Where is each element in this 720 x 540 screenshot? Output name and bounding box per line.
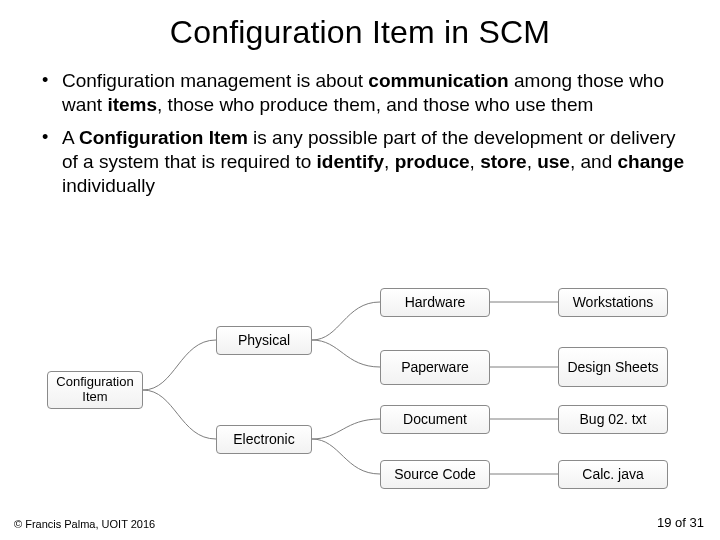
text: ,: [527, 151, 538, 172]
text: , and: [570, 151, 618, 172]
diagram: Configuration Item Physical Electronic H…: [0, 285, 720, 505]
bold-produce: produce: [395, 151, 470, 172]
node-calc-file: Calc. java: [558, 460, 668, 489]
bold-identify: identify: [317, 151, 385, 172]
bullet-2: A Configuration Item is any possible par…: [40, 126, 684, 199]
bold-change: change: [617, 151, 684, 172]
text: A: [62, 127, 79, 148]
text: individually: [62, 175, 155, 196]
text: ,: [470, 151, 481, 172]
node-design-sheets: Design Sheets: [558, 347, 668, 387]
bold-store: store: [480, 151, 526, 172]
bold-items: items: [107, 94, 157, 115]
bullet-list: Configuration management is about commun…: [0, 51, 720, 199]
bullet-1: Configuration management is about commun…: [40, 69, 684, 118]
text: Configuration management is about: [62, 70, 368, 91]
node-configuration-item: Configuration Item: [47, 371, 143, 409]
node-source-code: Source Code: [380, 460, 490, 489]
footer-copyright: © Francis Palma, UOIT 2016: [14, 518, 155, 530]
slide: Configuration Item in SCM Configuration …: [0, 0, 720, 540]
bold-cfgitem: Configuration Item: [79, 127, 248, 148]
bold-use: use: [537, 151, 570, 172]
node-physical: Physical: [216, 326, 312, 355]
node-electronic: Electronic: [216, 425, 312, 454]
node-paperware: Paperware: [380, 350, 490, 385]
node-hardware: Hardware: [380, 288, 490, 317]
footer-page-number: 19 of 31: [657, 515, 704, 530]
node-document: Document: [380, 405, 490, 434]
text: , those who produce them, and those who …: [157, 94, 593, 115]
bold-communication: communication: [368, 70, 508, 91]
node-workstations: Workstations: [558, 288, 668, 317]
text: ,: [384, 151, 395, 172]
node-bug-file: Bug 02. txt: [558, 405, 668, 434]
slide-title: Configuration Item in SCM: [0, 0, 720, 51]
